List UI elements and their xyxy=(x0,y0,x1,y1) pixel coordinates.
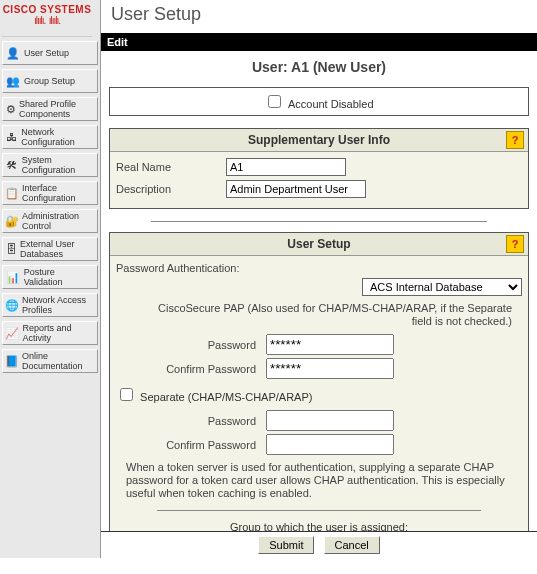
user-setup-box: User Setup ? Password Authentication: AC… xyxy=(109,232,529,531)
tools-icon: 🛠 xyxy=(5,157,19,173)
sidebar-item-label: System Configuration xyxy=(22,155,95,175)
token-note: When a token server is used for authenti… xyxy=(126,461,512,500)
sidebar-item-label: Online Documentation xyxy=(22,351,95,371)
real-name-label: Real Name xyxy=(116,161,226,173)
group-icon: 👥 xyxy=(5,73,21,89)
logo: CISCO SYSTEMS ılıılı. ılıılı. xyxy=(2,2,92,37)
sidebar-item-network-access-profiles[interactable]: 🌐 Network Access Profiles xyxy=(2,293,98,317)
description-label: Description xyxy=(116,183,226,195)
sidebar-item-network-config[interactable]: 🖧 Network Configuration xyxy=(2,125,98,149)
sidebar-item-posture-validation[interactable]: 📊 Posture Validation xyxy=(2,265,98,289)
sidebar-item-label: External User Databases xyxy=(20,239,95,259)
sidebar-item-shared-profile[interactable]: ⚙ Shared Profile Components xyxy=(2,97,98,121)
sidebar-item-label: Administration Control xyxy=(22,211,95,231)
sidebar-item-label: Group Setup xyxy=(24,76,75,86)
lock-icon: 🔐 xyxy=(5,213,19,229)
confirm-password-input[interactable] xyxy=(266,358,394,379)
sidebar-item-label: Shared Profile Components xyxy=(19,99,95,119)
password-input[interactable] xyxy=(266,334,394,355)
sidebar-item-system-config[interactable]: 🛠 System Configuration xyxy=(2,153,98,177)
submit-button[interactable]: Submit xyxy=(258,536,314,554)
gear-icon: ⚙ xyxy=(5,101,16,117)
sep-password-label: Password xyxy=(116,415,266,427)
account-disabled-checkbox[interactable] xyxy=(268,95,281,108)
separate-checkbox[interactable] xyxy=(120,388,133,401)
sidebar: CISCO SYSTEMS ılıılı. ılıılı. 👤 User Set… xyxy=(0,0,101,558)
sidebar-item-user-setup[interactable]: 👤 User Setup xyxy=(2,41,98,65)
book-icon: 📘 xyxy=(5,353,19,369)
ciscosecure-note: CiscoSecure PAP (Also used for CHAP/MS-C… xyxy=(144,302,512,328)
password-label: Password xyxy=(116,339,266,351)
sidebar-item-reports[interactable]: 📈 Reports and Activity xyxy=(2,321,98,345)
supplementary-box: Supplementary User Info ? Real Name Desc… xyxy=(109,128,529,209)
sidebar-item-online-docs[interactable]: 📘 Online Documentation xyxy=(2,349,98,373)
sidebar-item-label: Network Configuration xyxy=(21,127,95,147)
sidebar-item-label: Interface Configuration xyxy=(22,183,95,203)
network-icon: 🖧 xyxy=(5,129,18,145)
page-title: User Setup xyxy=(101,0,537,33)
content-area: User: A1 (New User) Account Disabled Sup… xyxy=(101,51,537,531)
sidebar-item-label: User Setup xyxy=(24,48,69,58)
globe-icon: 🌐 xyxy=(5,297,19,313)
sidebar-item-label: Network Access Profiles xyxy=(22,295,95,315)
sidebar-item-external-db[interactable]: 🗄 External User Databases xyxy=(2,237,98,261)
cancel-button[interactable]: Cancel xyxy=(324,536,380,554)
sidebar-item-group-setup[interactable]: 👥 Group Setup xyxy=(2,69,98,93)
sidebar-item-label: Posture Validation xyxy=(24,267,95,287)
help-icon[interactable]: ? xyxy=(506,235,524,253)
logo-text: CISCO SYSTEMS xyxy=(2,4,92,15)
supplementary-heading: Supplementary User Info ? xyxy=(110,129,528,152)
group-assignment-label: Group to which the user is assigned: xyxy=(116,521,522,531)
database-icon: 🗄 xyxy=(5,241,17,257)
footer-bar: Submit Cancel xyxy=(101,531,537,558)
sep-confirm-password-label: Confirm Password xyxy=(116,439,266,451)
help-icon[interactable]: ? xyxy=(506,131,524,149)
password-auth-label: Password Authentication: xyxy=(116,262,522,274)
sidebar-item-label: Reports and Activity xyxy=(23,323,95,343)
sidebar-item-admin-control[interactable]: 🔐 Administration Control xyxy=(2,209,98,233)
logo-bars-icon: ılıılı. ılıılı. xyxy=(2,15,92,26)
user-heading: User: A1 (New User) xyxy=(109,59,529,75)
clipboard-icon: 📋 xyxy=(5,185,19,201)
auth-db-select[interactable]: ACS Internal Database xyxy=(362,278,522,296)
divider xyxy=(151,221,487,222)
divider xyxy=(157,510,482,511)
account-disabled-label: Account Disabled xyxy=(288,98,374,110)
confirm-password-label: Confirm Password xyxy=(116,363,266,375)
edit-bar: Edit xyxy=(101,33,537,51)
report-icon: 📈 xyxy=(5,325,20,341)
chart-icon: 📊 xyxy=(5,269,21,285)
description-input[interactable] xyxy=(226,180,366,198)
sidebar-item-interface-config[interactable]: 📋 Interface Configuration xyxy=(2,181,98,205)
account-disabled-box: Account Disabled xyxy=(109,87,529,116)
separate-label: Separate (CHAP/MS-CHAP/ARAP) xyxy=(140,391,312,403)
sep-password-input[interactable] xyxy=(266,410,394,431)
sep-confirm-password-input[interactable] xyxy=(266,434,394,455)
real-name-input[interactable] xyxy=(226,158,346,176)
user-icon: 👤 xyxy=(5,45,21,61)
user-setup-heading: User Setup ? xyxy=(110,233,528,256)
